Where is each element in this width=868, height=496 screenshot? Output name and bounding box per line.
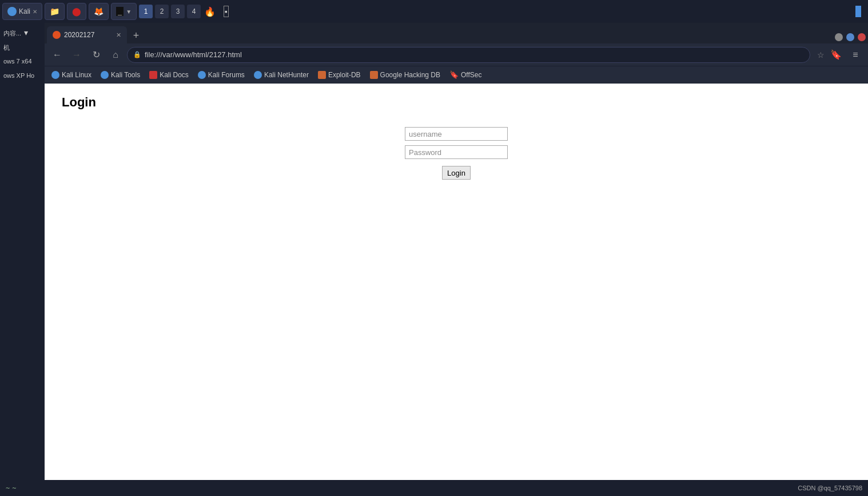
pocket-button[interactable]: 🔖	[828, 47, 844, 63]
kali-label: Kali	[19, 7, 30, 15]
workspace-1[interactable]: 1	[139, 5, 153, 18]
close-button[interactable]	[858, 33, 866, 41]
browser-window: 20202127 ✕ + ← → ↻ ⌂ 🔒 file:///var/www/h…	[45, 23, 868, 496]
file-manager-btn[interactable]: 📁	[45, 3, 65, 20]
workspace-2[interactable]: 2	[155, 5, 169, 18]
terminal-btn[interactable]: _ ▼	[111, 3, 137, 20]
terminal-dropdown-icon[interactable]: ▼	[126, 9, 132, 15]
sidebar-machine-label: 机	[3, 44, 10, 51]
os-taskbar: Kali ✕ 📁 ⬤ 🦊 _ ▼ 1 2 3 4 🔥 ▪	[0, 0, 868, 23]
maximize-button[interactable]	[846, 33, 854, 41]
bookmark-google-hacking-label: Google Hacking DB	[380, 71, 440, 79]
sidebar-winxp-label: ows XP Ho	[3, 72, 34, 79]
browser-tab-bar: 20202127 ✕ +	[45, 23, 868, 43]
bookmark-exploit-db-label: Exploit-DB	[328, 71, 361, 79]
bookmark-google-hacking-db[interactable]: Google Hacking DB	[368, 70, 443, 80]
bookmark-kali-forums[interactable]: Kali Forums	[196, 70, 247, 80]
bookmark-kali-nethunter-label: Kali NetHunter	[264, 71, 309, 79]
dropdown-icon: ▾	[24, 28, 28, 37]
window-controls	[835, 33, 866, 43]
sidebar-item-machine[interactable]: 机	[2, 41, 42, 54]
terminal-bar: ~ ~ CSDN @qq_57435798	[0, 480, 868, 496]
offsec-favicon: 🔖	[449, 70, 459, 79]
login-button[interactable]: Login	[442, 166, 471, 180]
lock-icon: 🔒	[133, 51, 141, 58]
login-form: Login	[62, 127, 851, 180]
minimize-button[interactable]	[835, 33, 843, 41]
kali-linux-favicon	[51, 71, 59, 79]
tab-favicon	[53, 31, 61, 39]
bookmark-kali-linux-label: Kali Linux	[62, 71, 91, 79]
sidebar: 内容... ▾ 机 ows 7 x64 ows XP Ho	[0, 23, 45, 496]
kali-forums-favicon	[198, 71, 206, 79]
workspace-square-icon[interactable]: ▪	[219, 5, 233, 18]
battery-icon	[855, 6, 861, 17]
bookmark-offsec-label: OffSec	[461, 71, 481, 79]
sidebar-win7-label: ows 7 x64	[3, 58, 32, 65]
terminal-line-2: ~	[12, 484, 16, 492]
bookmark-kali-linux[interactable]: Kali Linux	[49, 70, 94, 80]
back-button[interactable]: ←	[49, 47, 65, 63]
flame-icon: 🔥	[204, 6, 216, 17]
kali-nethunter-favicon	[254, 71, 262, 79]
bookmark-kali-nethunter[interactable]: Kali NetHunter	[252, 70, 311, 80]
tab-title: 20202127	[64, 31, 94, 39]
forward-button[interactable]: →	[69, 47, 85, 63]
bookmark-kali-tools[interactable]: Kali Tools	[98, 70, 142, 80]
address-bar[interactable]: 🔒 file:///var/www/html/2127.html	[127, 47, 810, 63]
taskbar-right	[855, 6, 866, 17]
sidebar-item-content[interactable]: 内容... ▾	[2, 25, 42, 40]
sidebar-item-winxp[interactable]: ows XP Ho	[2, 69, 42, 82]
username-input[interactable]	[405, 127, 508, 141]
terminal-line-1: ~	[6, 484, 10, 492]
firefox-btn[interactable]: 🦊	[89, 3, 109, 20]
tab-close-btn[interactable]: ✕	[116, 31, 121, 39]
bookmark-star-button[interactable]: ☆	[817, 50, 825, 59]
reload-button[interactable]: ↻	[88, 47, 104, 63]
firefox-icon: 🦊	[94, 7, 103, 16]
sidebar-content-label: 内容...	[3, 30, 21, 37]
red-app-icon: ⬤	[72, 7, 81, 16]
kali-docs-favicon	[149, 71, 157, 79]
kali-close[interactable]: ✕	[33, 9, 37, 15]
page-title: Login	[62, 95, 851, 110]
bookmark-exploit-db[interactable]: Exploit-DB	[316, 70, 363, 80]
browser-menu-button[interactable]: ≡	[847, 47, 863, 63]
kali-icon	[7, 7, 17, 16]
new-tab-button[interactable]: +	[128, 27, 144, 43]
bookmarks-bar: Kali Linux Kali Tools Kali Docs Kali For…	[45, 66, 868, 84]
bookmark-kali-tools-label: Kali Tools	[111, 71, 140, 79]
terminal-icon: _	[116, 7, 124, 16]
workspace-4[interactable]: 4	[187, 5, 201, 18]
home-button[interactable]: ⌂	[107, 47, 124, 63]
browser-navbar: ← → ↻ ⌂ 🔒 file:///var/www/html/2127.html…	[45, 43, 868, 66]
taskbar-left: Kali ✕ 📁 ⬤ 🦊 _ ▼ 1 2 3 4 🔥 ▪	[2, 3, 233, 20]
url-text: file:///var/www/html/2127.html	[145, 50, 242, 59]
bookmark-kali-docs-label: Kali Docs	[160, 71, 189, 79]
sidebar-item-win7[interactable]: ows 7 x64	[2, 55, 42, 68]
password-input[interactable]	[405, 145, 508, 159]
kali-tools-favicon	[101, 71, 109, 79]
kali-app-btn[interactable]: Kali ✕	[2, 3, 42, 20]
file-manager-icon: 📁	[50, 7, 59, 16]
workspace-firefox-icon[interactable]: 🔥	[203, 5, 217, 18]
browser-tab-active[interactable]: 20202127 ✕	[47, 26, 127, 43]
bookmark-offsec[interactable]: 🔖 OffSec	[447, 69, 484, 80]
workspace-3[interactable]: 3	[171, 5, 185, 18]
red-app-btn[interactable]: ⬤	[67, 3, 86, 20]
square-icon: ▪	[224, 6, 229, 17]
google-hacking-favicon	[370, 71, 378, 79]
watermark-text: CSDN @qq_57435798	[798, 485, 862, 491]
exploit-db-favicon	[318, 71, 326, 79]
page-content: Login Login	[45, 84, 868, 496]
bookmark-kali-docs[interactable]: Kali Docs	[147, 70, 191, 80]
bookmark-kali-forums-label: Kali Forums	[208, 71, 245, 79]
